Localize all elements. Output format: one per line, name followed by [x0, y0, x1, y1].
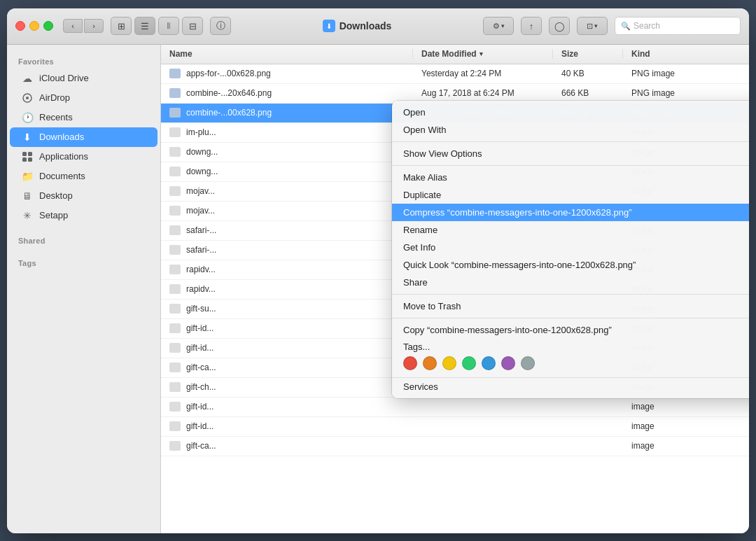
- close-button[interactable]: [15, 21, 25, 31]
- sidebar-item-documents[interactable]: 📁 Documents: [10, 167, 158, 186]
- search-bar[interactable]: 🔍 Search: [615, 17, 741, 35]
- tag-color-orange[interactable]: [423, 356, 437, 370]
- file-name-cell: gift-id...: [161, 323, 413, 333]
- file-thumbnail-icon: [169, 304, 181, 314]
- sidebar-item-label: AirDrop: [39, 92, 70, 103]
- file-list: Name Date Modified ▾ Size Kind: [161, 45, 749, 533]
- sidebar-item-downloads[interactable]: ⬇ Downloads: [10, 127, 158, 147]
- sidebar-item-desktop[interactable]: 🖥 Desktop: [10, 186, 158, 206]
- file-name-cell: mojav...: [161, 206, 413, 216]
- context-menu-open-with[interactable]: Open With ▶: [392, 121, 749, 139]
- context-menu-show-view-options[interactable]: Show View Options: [392, 145, 749, 162]
- file-thumbnail-icon: [169, 363, 181, 372]
- table-row[interactable]: gift-ca... image: [161, 437, 749, 456]
- gear-icon: ⚙: [493, 22, 500, 31]
- svg-rect-3: [28, 152, 32, 156]
- sidebar-item-airdrop[interactable]: AirDrop: [10, 88, 158, 108]
- sort-arrow-icon: ▾: [479, 50, 483, 57]
- recents-icon: 🕐: [21, 111, 34, 124]
- desktop-icon: 🖥: [21, 190, 34, 202]
- column-header-date[interactable]: Date Modified ▾: [413, 49, 553, 59]
- table-row[interactable]: apps-for-...00x628.png Yesterday at 2:24…: [161, 64, 749, 84]
- table-row[interactable]: gift-id... image: [161, 398, 749, 417]
- tag-color-red[interactable]: [403, 356, 417, 370]
- nav-buttons: ‹ ›: [63, 19, 104, 33]
- file-thumbnail-icon: [169, 186, 181, 196]
- file-thumbnail-icon: [169, 343, 181, 353]
- sidebar-item-label: Desktop: [39, 190, 73, 201]
- svg-rect-2: [22, 152, 27, 156]
- context-menu-tags-label[interactable]: Tags...: [403, 342, 749, 352]
- icon-view-button[interactable]: ⊞: [111, 17, 132, 35]
- traffic-lights: [15, 21, 53, 31]
- tag-color-purple[interactable]: [501, 356, 515, 370]
- list-view-icon: ☰: [141, 21, 149, 31]
- context-menu: Open Open With ▶ Show View Options Make …: [392, 101, 749, 398]
- file-kind-cell: PNG image: [623, 88, 749, 98]
- context-menu-quick-look[interactable]: Quick Look “combine-messagers-into-one-1…: [392, 256, 749, 274]
- file-name-cell: gift-ca...: [161, 363, 413, 372]
- sidebar-item-setapp[interactable]: ✳ Setapp: [10, 206, 158, 225]
- sidebar-item-icloud-drive[interactable]: ☁ iCloud Drive: [10, 69, 158, 88]
- shared-label: Shared: [7, 231, 160, 248]
- gallery-view-button[interactable]: ⊟: [182, 17, 203, 35]
- list-view-button[interactable]: ☰: [134, 17, 155, 35]
- file-thumbnail-icon: [169, 382, 181, 392]
- back-button[interactable]: ‹: [63, 19, 83, 33]
- context-menu-open[interactable]: Open: [392, 104, 749, 121]
- file-name-cell: safari-...: [161, 245, 413, 255]
- context-menu-rename[interactable]: Rename: [392, 221, 749, 239]
- context-menu-make-alias[interactable]: Make Alias: [392, 169, 749, 186]
- tag-button[interactable]: ◯: [549, 17, 570, 35]
- tag-color-green[interactable]: [462, 356, 476, 370]
- file-name-cell: downg...: [161, 167, 413, 176]
- file-thumbnail-icon: [169, 69, 181, 78]
- content-area: Favorites ☁ iCloud Drive AirDrop 🕐 Recen…: [7, 45, 749, 533]
- context-menu-duplicate[interactable]: Duplicate: [392, 186, 749, 204]
- tag-color-blue[interactable]: [482, 356, 496, 370]
- column-view-button[interactable]: ⫴: [158, 17, 179, 35]
- context-menu-copy[interactable]: Copy “combine-messagers-into-one-1200x62…: [392, 321, 749, 339]
- minimize-button[interactable]: [29, 21, 39, 31]
- file-name-cell: gift-id...: [161, 402, 413, 412]
- table-row[interactable]: gift-id... image: [161, 417, 749, 437]
- context-menu-get-info[interactable]: Get Info: [392, 239, 749, 256]
- tag-color-yellow[interactable]: [442, 356, 456, 370]
- column-header-name[interactable]: Name: [161, 49, 413, 59]
- column-header-size[interactable]: Size: [553, 49, 623, 59]
- file-size-cell: 666 KB: [553, 88, 623, 98]
- context-menu-services[interactable]: Services ▶: [392, 377, 749, 395]
- window-title-area: ⬇ Downloads: [238, 20, 476, 32]
- svg-point-1: [26, 97, 29, 99]
- context-menu-compress[interactable]: Compress “combine-messagers-into-one-120…: [392, 204, 749, 221]
- column-header-kind[interactable]: Kind: [623, 49, 749, 59]
- file-thumbnail-icon: [169, 147, 181, 157]
- file-thumbnail-icon: [169, 402, 181, 412]
- file-name-cell: rapidv...: [161, 284, 413, 294]
- file-thumbnail-icon: [169, 167, 181, 176]
- action-button[interactable]: ⚙ ▾: [483, 17, 514, 35]
- file-list-header: Name Date Modified ▾ Size Kind: [161, 45, 749, 64]
- sidebar-item-recents[interactable]: 🕐 Recents: [10, 108, 158, 127]
- share-button[interactable]: ↑: [521, 17, 542, 35]
- file-thumbnail-icon: [169, 284, 181, 294]
- file-date-cell: Aug 17, 2018 at 6:24 PM: [413, 88, 553, 98]
- customize-icon: ⊡: [587, 22, 593, 31]
- context-menu-move-to-trash[interactable]: Move to Trash: [392, 297, 749, 315]
- file-thumbnail-icon: [169, 108, 181, 118]
- forward-button[interactable]: ›: [84, 19, 104, 33]
- file-name-cell: downg...: [161, 147, 413, 157]
- customize-button[interactable]: ⊡ ▾: [577, 17, 608, 35]
- info-icon: ⓘ: [216, 20, 225, 32]
- applications-icon: [21, 150, 34, 163]
- sidebar: Favorites ☁ iCloud Drive AirDrop 🕐 Recen…: [7, 45, 161, 533]
- file-name-text: combine-...00x628.png: [186, 108, 272, 118]
- maximize-button[interactable]: [43, 21, 53, 31]
- tag-color-gray[interactable]: [521, 356, 535, 370]
- info-button[interactable]: ⓘ: [210, 17, 231, 35]
- documents-icon: 📁: [21, 170, 34, 183]
- file-name-cell: apps-for-...00x628.png: [161, 69, 413, 78]
- sidebar-item-applications[interactable]: Applications: [10, 147, 158, 167]
- downloads-icon: ⬇: [21, 131, 34, 143]
- context-menu-share[interactable]: Share ▶: [392, 274, 749, 291]
